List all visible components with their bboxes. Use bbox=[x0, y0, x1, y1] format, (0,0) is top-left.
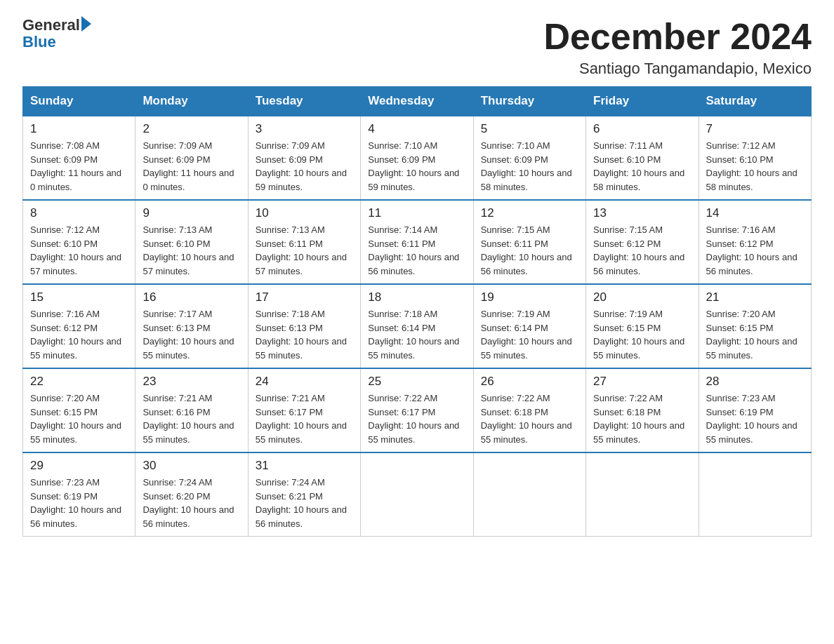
calendar-cell: 20 Sunrise: 7:19 AMSunset: 6:15 PMDaylig… bbox=[586, 284, 699, 368]
day-number: 31 bbox=[256, 459, 353, 473]
day-number: 2 bbox=[143, 122, 240, 136]
day-number: 7 bbox=[706, 122, 804, 136]
day-info: Sunrise: 7:24 AMSunset: 6:20 PMDaylight:… bbox=[143, 477, 234, 529]
day-info: Sunrise: 7:19 AMSunset: 6:14 PMDaylight:… bbox=[481, 309, 572, 361]
logo: General Blue bbox=[22, 17, 91, 51]
weekday-header-monday: Monday bbox=[135, 87, 248, 116]
day-number: 6 bbox=[593, 122, 691, 136]
calendar-cell: 22 Sunrise: 7:20 AMSunset: 6:15 PMDaylig… bbox=[23, 368, 135, 452]
calendar-cell: 3 Sunrise: 7:09 AMSunset: 6:09 PMDayligh… bbox=[248, 116, 360, 200]
weekday-header-saturday: Saturday bbox=[699, 87, 811, 116]
day-info: Sunrise: 7:21 AMSunset: 6:16 PMDaylight:… bbox=[143, 393, 234, 445]
day-info: Sunrise: 7:14 AMSunset: 6:11 PMDaylight:… bbox=[368, 224, 459, 276]
day-number: 25 bbox=[368, 375, 465, 389]
day-info: Sunrise: 7:23 AMSunset: 6:19 PMDaylight:… bbox=[30, 477, 121, 529]
day-info: Sunrise: 7:22 AMSunset: 6:17 PMDaylight:… bbox=[368, 393, 459, 445]
calendar-cell: 15 Sunrise: 7:16 AMSunset: 6:12 PMDaylig… bbox=[23, 284, 135, 368]
weekday-header-thursday: Thursday bbox=[473, 87, 585, 116]
day-number: 28 bbox=[706, 375, 804, 389]
day-info: Sunrise: 7:22 AMSunset: 6:18 PMDaylight:… bbox=[593, 393, 684, 445]
calendar-cell: 31 Sunrise: 7:24 AMSunset: 6:21 PMDaylig… bbox=[248, 452, 360, 537]
day-number: 3 bbox=[256, 122, 353, 136]
day-number: 12 bbox=[481, 206, 578, 220]
day-number: 19 bbox=[481, 290, 578, 304]
day-number: 17 bbox=[256, 290, 353, 304]
calendar-cell: 25 Sunrise: 7:22 AMSunset: 6:17 PMDaylig… bbox=[361, 368, 473, 452]
day-info: Sunrise: 7:20 AMSunset: 6:15 PMDaylight:… bbox=[706, 309, 797, 361]
calendar-cell: 18 Sunrise: 7:18 AMSunset: 6:14 PMDaylig… bbox=[361, 284, 473, 368]
calendar-cell: 23 Sunrise: 7:21 AMSunset: 6:16 PMDaylig… bbox=[135, 368, 248, 452]
calendar-title: December 2024 bbox=[543, 17, 812, 57]
calendar-cell: 1 Sunrise: 7:08 AMSunset: 6:09 PMDayligh… bbox=[23, 116, 135, 200]
day-info: Sunrise: 7:10 AMSunset: 6:09 PMDaylight:… bbox=[481, 140, 572, 192]
logo-arrow-icon bbox=[81, 16, 91, 32]
day-number: 1 bbox=[30, 122, 128, 136]
calendar-week-row: 22 Sunrise: 7:20 AMSunset: 6:15 PMDaylig… bbox=[23, 368, 812, 452]
calendar-cell bbox=[586, 452, 699, 537]
day-info: Sunrise: 7:19 AMSunset: 6:15 PMDaylight:… bbox=[593, 309, 684, 361]
day-number: 8 bbox=[30, 206, 128, 220]
calendar-cell: 8 Sunrise: 7:12 AMSunset: 6:10 PMDayligh… bbox=[23, 200, 135, 284]
day-info: Sunrise: 7:15 AMSunset: 6:12 PMDaylight:… bbox=[593, 224, 684, 276]
calendar-cell: 24 Sunrise: 7:21 AMSunset: 6:17 PMDaylig… bbox=[248, 368, 360, 452]
day-number: 30 bbox=[143, 459, 240, 473]
day-number: 24 bbox=[256, 375, 353, 389]
day-number: 9 bbox=[143, 206, 240, 220]
calendar-cell: 21 Sunrise: 7:20 AMSunset: 6:15 PMDaylig… bbox=[699, 284, 811, 368]
calendar-week-row: 1 Sunrise: 7:08 AMSunset: 6:09 PMDayligh… bbox=[23, 116, 812, 200]
calendar-subtitle: Santiago Tangamandapio, Mexico bbox=[543, 60, 812, 78]
day-number: 11 bbox=[368, 206, 465, 220]
calendar-cell: 2 Sunrise: 7:09 AMSunset: 6:09 PMDayligh… bbox=[135, 116, 248, 200]
page-header: General Blue December 2024 Santiago Tang… bbox=[22, 17, 812, 78]
day-info: Sunrise: 7:13 AMSunset: 6:10 PMDaylight:… bbox=[143, 224, 234, 276]
weekday-header-friday: Friday bbox=[586, 87, 699, 116]
weekday-header-sunday: Sunday bbox=[23, 87, 135, 116]
calendar-week-row: 8 Sunrise: 7:12 AMSunset: 6:10 PMDayligh… bbox=[23, 200, 812, 284]
calendar-cell: 29 Sunrise: 7:23 AMSunset: 6:19 PMDaylig… bbox=[23, 452, 135, 537]
day-info: Sunrise: 7:18 AMSunset: 6:14 PMDaylight:… bbox=[368, 309, 459, 361]
calendar-cell: 27 Sunrise: 7:22 AMSunset: 6:18 PMDaylig… bbox=[586, 368, 699, 452]
day-number: 15 bbox=[30, 290, 128, 304]
day-number: 29 bbox=[30, 459, 128, 473]
day-info: Sunrise: 7:11 AMSunset: 6:10 PMDaylight:… bbox=[593, 140, 684, 192]
day-info: Sunrise: 7:12 AMSunset: 6:10 PMDaylight:… bbox=[30, 224, 121, 276]
calendar-cell: 9 Sunrise: 7:13 AMSunset: 6:10 PMDayligh… bbox=[135, 200, 248, 284]
day-number: 27 bbox=[593, 375, 691, 389]
day-info: Sunrise: 7:16 AMSunset: 6:12 PMDaylight:… bbox=[30, 309, 121, 361]
day-info: Sunrise: 7:22 AMSunset: 6:18 PMDaylight:… bbox=[481, 393, 572, 445]
calendar-cell: 19 Sunrise: 7:19 AMSunset: 6:14 PMDaylig… bbox=[473, 284, 585, 368]
calendar-week-row: 15 Sunrise: 7:16 AMSunset: 6:12 PMDaylig… bbox=[23, 284, 812, 368]
day-number: 23 bbox=[143, 375, 240, 389]
logo-general: General bbox=[22, 17, 80, 34]
day-info: Sunrise: 7:10 AMSunset: 6:09 PMDaylight:… bbox=[368, 140, 459, 192]
weekday-header-row: SundayMondayTuesdayWednesdayThursdayFrid… bbox=[23, 87, 812, 116]
calendar-cell: 4 Sunrise: 7:10 AMSunset: 6:09 PMDayligh… bbox=[361, 116, 473, 200]
day-info: Sunrise: 7:21 AMSunset: 6:17 PMDaylight:… bbox=[256, 393, 347, 445]
day-number: 16 bbox=[143, 290, 240, 304]
calendar-cell: 6 Sunrise: 7:11 AMSunset: 6:10 PMDayligh… bbox=[586, 116, 699, 200]
calendar-cell: 26 Sunrise: 7:22 AMSunset: 6:18 PMDaylig… bbox=[473, 368, 585, 452]
day-info: Sunrise: 7:12 AMSunset: 6:10 PMDaylight:… bbox=[706, 140, 797, 192]
day-number: 4 bbox=[368, 122, 465, 136]
calendar-cell: 28 Sunrise: 7:23 AMSunset: 6:19 PMDaylig… bbox=[699, 368, 811, 452]
day-info: Sunrise: 7:15 AMSunset: 6:11 PMDaylight:… bbox=[481, 224, 572, 276]
calendar-cell bbox=[699, 452, 811, 537]
calendar-table: SundayMondayTuesdayWednesdayThursdayFrid… bbox=[22, 86, 812, 537]
weekday-header-wednesday: Wednesday bbox=[361, 87, 473, 116]
day-info: Sunrise: 7:24 AMSunset: 6:21 PMDaylight:… bbox=[256, 477, 347, 529]
calendar-cell: 7 Sunrise: 7:12 AMSunset: 6:10 PMDayligh… bbox=[699, 116, 811, 200]
day-number: 26 bbox=[481, 375, 578, 389]
day-info: Sunrise: 7:09 AMSunset: 6:09 PMDaylight:… bbox=[143, 140, 234, 192]
day-number: 10 bbox=[256, 206, 353, 220]
day-number: 20 bbox=[593, 290, 691, 304]
day-number: 22 bbox=[30, 375, 128, 389]
calendar-cell: 16 Sunrise: 7:17 AMSunset: 6:13 PMDaylig… bbox=[135, 284, 248, 368]
logo-blue: Blue bbox=[22, 34, 56, 51]
day-info: Sunrise: 7:18 AMSunset: 6:13 PMDaylight:… bbox=[256, 309, 347, 361]
day-info: Sunrise: 7:23 AMSunset: 6:19 PMDaylight:… bbox=[706, 393, 797, 445]
calendar-cell: 5 Sunrise: 7:10 AMSunset: 6:09 PMDayligh… bbox=[473, 116, 585, 200]
day-number: 13 bbox=[593, 206, 691, 220]
day-info: Sunrise: 7:09 AMSunset: 6:09 PMDaylight:… bbox=[256, 140, 347, 192]
day-number: 14 bbox=[706, 206, 804, 220]
day-info: Sunrise: 7:16 AMSunset: 6:12 PMDaylight:… bbox=[706, 224, 797, 276]
